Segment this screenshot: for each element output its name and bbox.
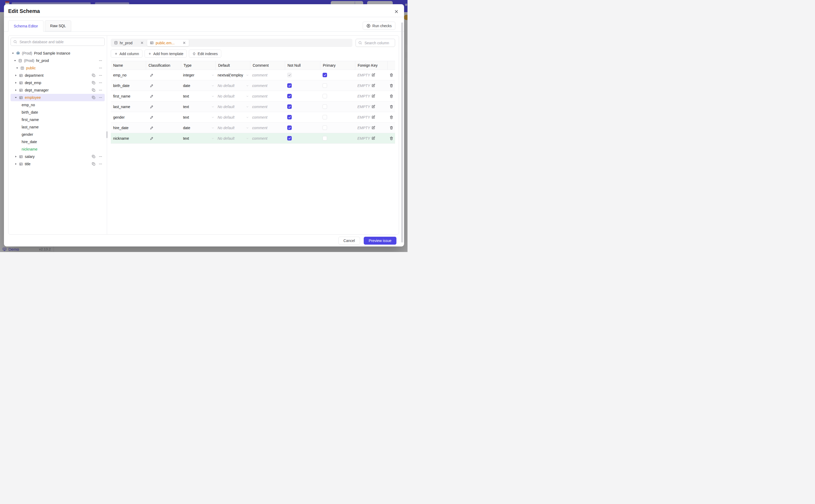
- editor-tab-public.em...[interactable]: public.em...: [147, 40, 189, 46]
- primary-checkbox[interactable]: [322, 115, 327, 119]
- not-null-checkbox[interactable]: [287, 104, 292, 109]
- default-select[interactable]: No default: [215, 80, 250, 91]
- copy-icon[interactable]: [92, 162, 95, 166]
- more-actions-icon[interactable]: [99, 88, 102, 92]
- type-select[interactable]: integer: [181, 70, 215, 80]
- caret-down-icon[interactable]: [16, 66, 19, 70]
- type-select[interactable]: text: [181, 101, 215, 112]
- delete-column-icon[interactable]: [389, 115, 393, 119]
- comment-input[interactable]: comment: [250, 112, 285, 122]
- caret-right-icon[interactable]: [15, 162, 18, 166]
- primary-checkbox[interactable]: [322, 136, 327, 140]
- delete-column-icon[interactable]: [389, 73, 393, 77]
- comment-input[interactable]: comment: [250, 123, 285, 133]
- not-null-checkbox[interactable]: [287, 115, 292, 119]
- tree-item-title[interactable]: title: [11, 160, 105, 168]
- delete-column-icon[interactable]: [389, 105, 393, 109]
- tree-item-birth_date[interactable]: birth_date: [11, 109, 105, 116]
- column-name-field[interactable]: nickname: [111, 133, 146, 143]
- run-checks-button[interactable]: Run checks: [363, 22, 395, 30]
- tree-item-employee[interactable]: employee: [11, 94, 105, 101]
- type-select[interactable]: date: [181, 80, 215, 91]
- tree-item-Prod Sample Instance[interactable]: (Prod)Prod Sample Instance: [11, 50, 105, 57]
- column-name-field[interactable]: emp_no: [111, 70, 146, 80]
- comment-input[interactable]: comment: [250, 70, 285, 80]
- more-actions-icon[interactable]: [99, 155, 102, 158]
- add-from-template-button[interactable]: Add from template: [144, 50, 187, 58]
- close-tab-icon[interactable]: [140, 41, 144, 45]
- not-null-checkbox[interactable]: [287, 94, 292, 98]
- type-select[interactable]: text: [181, 133, 215, 143]
- column-name-field[interactable]: birth_date: [111, 80, 146, 91]
- more-actions-icon[interactable]: [99, 81, 102, 85]
- primary-checkbox[interactable]: [322, 104, 327, 109]
- tree-item-hire_date[interactable]: hire_date: [11, 138, 105, 146]
- default-select[interactable]: No default: [215, 123, 250, 133]
- comment-input[interactable]: comment: [250, 101, 285, 112]
- foreign-key-cell[interactable]: EMPTY: [355, 133, 387, 143]
- classification-edit[interactable]: [146, 91, 181, 101]
- comment-input[interactable]: comment: [250, 80, 285, 91]
- type-select[interactable]: date: [181, 123, 215, 133]
- classification-edit[interactable]: [146, 80, 181, 91]
- tree-item-hr_prod[interactable]: (Prod)hr_prod: [11, 57, 105, 64]
- dialog-scrollbar-thumb[interactable]: [401, 22, 403, 243]
- not-null-checkbox[interactable]: [287, 136, 292, 140]
- editor-tab-hr_prod[interactable]: hr_prod: [111, 39, 147, 47]
- more-actions-icon[interactable]: [99, 96, 102, 99]
- copy-icon[interactable]: [92, 155, 95, 158]
- default-select[interactable]: No default: [215, 112, 250, 122]
- type-select[interactable]: text: [181, 91, 215, 101]
- edit-foreign-key-icon[interactable]: [371, 136, 375, 140]
- tree-item-public[interactable]: public: [11, 64, 105, 72]
- column-name-field[interactable]: first_name: [111, 91, 146, 101]
- copy-icon[interactable]: [92, 88, 95, 92]
- comment-input[interactable]: comment: [250, 133, 285, 143]
- tree-item-last_name[interactable]: last_name: [11, 123, 105, 131]
- more-actions-icon[interactable]: [99, 59, 102, 62]
- caret-right-icon[interactable]: [15, 81, 18, 85]
- not-null-checkbox[interactable]: [287, 73, 292, 77]
- caret-down-icon[interactable]: [15, 95, 18, 100]
- type-select[interactable]: text: [181, 112, 215, 122]
- foreign-key-cell[interactable]: EMPTY: [355, 70, 387, 80]
- foreign-key-cell[interactable]: EMPTY: [355, 101, 387, 112]
- tab-schema-editor[interactable]: Schema Editor: [8, 20, 44, 32]
- primary-checkbox[interactable]: [322, 83, 327, 88]
- add-column-button[interactable]: Add column: [111, 50, 142, 58]
- column-name-field[interactable]: last_name: [111, 101, 146, 112]
- tree-item-gender[interactable]: gender: [11, 131, 105, 138]
- not-null-checkbox[interactable]: [287, 125, 292, 130]
- delete-column-icon[interactable]: [389, 136, 393, 140]
- tree-search-input[interactable]: [19, 40, 102, 44]
- preview-issue-button[interactable]: Preview issue: [364, 237, 396, 245]
- classification-edit[interactable]: [146, 133, 181, 143]
- default-select[interactable]: No default: [215, 101, 250, 112]
- copy-icon[interactable]: [92, 96, 95, 99]
- caret-right-icon[interactable]: [15, 154, 18, 159]
- default-select[interactable]: No default: [215, 91, 250, 101]
- column-name-field[interactable]: gender: [111, 112, 146, 122]
- caret-right-icon[interactable]: [15, 88, 18, 92]
- foreign-key-cell[interactable]: EMPTY: [355, 123, 387, 133]
- delete-column-icon[interactable]: [389, 126, 393, 130]
- primary-checkbox[interactable]: [322, 73, 327, 77]
- classification-edit[interactable]: [146, 112, 181, 122]
- cancel-button[interactable]: Cancel: [338, 237, 360, 245]
- delete-column-icon[interactable]: [389, 94, 393, 98]
- tree-item-dept_emp[interactable]: dept_emp: [11, 79, 105, 86]
- foreign-key-cell[interactable]: EMPTY: [355, 91, 387, 101]
- comment-input[interactable]: comment: [250, 91, 285, 101]
- primary-checkbox[interactable]: [322, 125, 327, 130]
- classification-edit[interactable]: [146, 70, 181, 80]
- foreign-key-cell[interactable]: EMPTY: [355, 80, 387, 91]
- column-name-field[interactable]: hire_date: [111, 123, 146, 133]
- caret-down-icon[interactable]: [12, 51, 15, 55]
- tree-item-emp_no[interactable]: emp_no: [11, 101, 105, 109]
- copy-icon[interactable]: [92, 81, 95, 85]
- tree-item-first_name[interactable]: first_name: [11, 116, 105, 123]
- more-actions-icon[interactable]: [99, 162, 102, 166]
- more-actions-icon[interactable]: [99, 74, 102, 77]
- edit-foreign-key-icon[interactable]: [371, 73, 375, 77]
- column-search-input[interactable]: [364, 41, 404, 45]
